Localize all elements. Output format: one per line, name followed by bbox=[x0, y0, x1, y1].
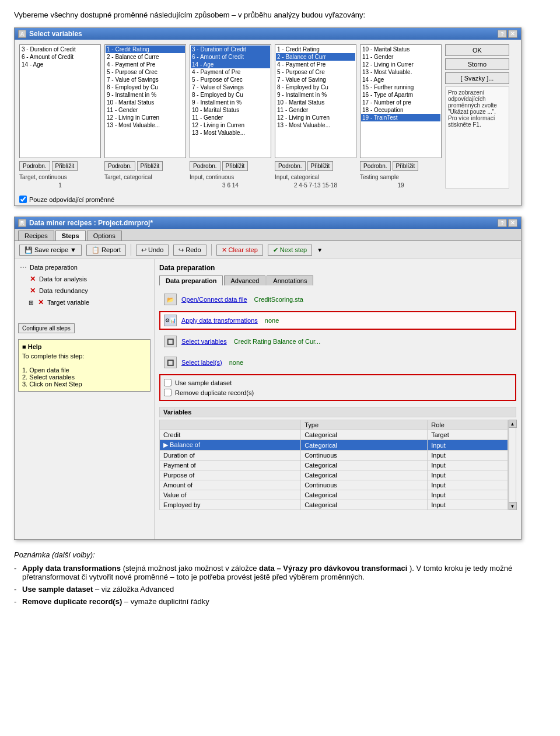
input-continuous-listbox[interactable]: 3 - Duration of Credit 6 - Amount of Cre… bbox=[190, 44, 271, 158]
listbox-item[interactable]: 13 - Most Valuable... bbox=[106, 121, 185, 129]
redo-btn[interactable]: ↪ Redo bbox=[173, 245, 206, 256]
listbox-item[interactable]: 7 - Value of Savings bbox=[106, 76, 185, 83]
listbox-item[interactable]: 4 - Payment of Pre bbox=[106, 61, 185, 68]
dm-help-btn[interactable]: ? bbox=[498, 219, 507, 227]
action-apply-transformations[interactable]: ⚙📊 Apply data transformations none bbox=[159, 311, 516, 330]
listbox-item[interactable]: 8 - Employed by Cu bbox=[276, 83, 355, 91]
listbox-item[interactable]: 5 - Purpose of Cre bbox=[276, 68, 355, 76]
table-row[interactable]: Employed by Categorical Input bbox=[160, 500, 508, 510]
listbox-item[interactable]: 10 - Marital Status bbox=[276, 99, 355, 106]
listbox-item[interactable]: 1 - Credit Rating bbox=[276, 46, 355, 53]
listbox-item[interactable]: 16 - Type of Apartm bbox=[361, 91, 440, 99]
listbox-item[interactable]: 9 - Installment in % bbox=[106, 91, 185, 99]
tree-item-data-redundancy[interactable]: ✕ Data redundancy bbox=[27, 286, 150, 295]
scroll-down-btn[interactable]: ▼ bbox=[509, 502, 517, 510]
listbox-item[interactable]: 4 - Payment of Pre bbox=[191, 68, 270, 76]
close-btn[interactable]: ✕ bbox=[508, 30, 517, 38]
table-row[interactable]: ▶ Balance of Categorical Input bbox=[160, 440, 508, 451]
listbox-item[interactable]: 14 - Age bbox=[191, 61, 270, 68]
table-scrollbar[interactable]: ▲ ▼ bbox=[508, 420, 516, 510]
priblizit-btn-2[interactable]: Přiblížit bbox=[137, 161, 163, 171]
listbox-item[interactable]: 6 - Amount of Credit bbox=[191, 53, 270, 61]
report-btn[interactable]: 📋 Report bbox=[86, 245, 126, 256]
listbox-item[interactable]: 14 - Age bbox=[20, 61, 100, 68]
listbox-item[interactable]: 11 - Gender bbox=[106, 106, 185, 114]
podrobn-btn-3[interactable]: Podrobn. bbox=[190, 161, 220, 171]
podrobn-btn-2[interactable]: Podrobn. bbox=[104, 161, 135, 171]
listbox-item[interactable]: 7 - Value of Saving bbox=[276, 76, 355, 83]
listbox-item[interactable]: 13 - Most Valuable... bbox=[276, 121, 355, 129]
tree-item-data-preparation[interactable]: ⋯ Data preparation bbox=[18, 263, 150, 272]
use-sample-checkbox[interactable] bbox=[164, 379, 172, 386]
save-recipe-btn[interactable]: 💾 Save recipe ▼ bbox=[19, 245, 82, 256]
listbox-item[interactable]: 7 - Value of Savings bbox=[191, 83, 270, 91]
tab-advanced[interactable]: Advanced bbox=[224, 275, 265, 285]
listbox-item[interactable]: 8 - Employed by Cu bbox=[191, 91, 270, 99]
listbox-item[interactable]: 3 - Duration of Credit bbox=[20, 46, 100, 53]
undo-btn[interactable]: ↩ Undo bbox=[136, 245, 169, 256]
input-categorical-listbox[interactable]: 1 - Credit Rating 2 - Balance of Curr 4 … bbox=[275, 44, 356, 158]
listbox-item[interactable]: 10 - Marital Status bbox=[106, 99, 185, 106]
listbox-item[interactable]: 13 - Most Valuable. bbox=[361, 68, 440, 76]
storno-button[interactable]: Storno bbox=[445, 58, 509, 70]
tab-annotations[interactable]: Annotations bbox=[267, 275, 313, 285]
listbox-item[interactable]: 2 - Balance of Curr bbox=[276, 53, 355, 61]
listbox-item[interactable]: 14 - Age bbox=[361, 76, 440, 83]
podrobn-btn-5[interactable]: Podrobn. bbox=[360, 161, 391, 171]
action-select-variables[interactable]: 🔲 Select variables Credit Rating Balance… bbox=[159, 332, 516, 351]
priblizit-btn-4[interactable]: Přiblížit bbox=[307, 161, 334, 171]
listbox-item[interactable]: 11 - Gender bbox=[191, 114, 270, 121]
target-categorical-listbox[interactable]: 1 - Credit Rating 2 - Balance of Curre 4… bbox=[104, 44, 186, 158]
tree-item-target-variable[interactable]: ⊞ ✕ Target variable bbox=[27, 298, 150, 307]
podrobn-btn-4[interactable]: Podrobn. bbox=[275, 161, 306, 171]
table-row[interactable]: Credit Categorical Target bbox=[160, 430, 508, 440]
table-row[interactable]: Purpose of Categorical Input bbox=[160, 470, 508, 480]
listbox-item[interactable]: 2 - Balance of Curre bbox=[106, 53, 185, 61]
priblizit-btn-3[interactable]: Přiblížit bbox=[222, 161, 249, 171]
scroll-up-btn[interactable]: ▲ bbox=[509, 420, 517, 428]
listbox-item[interactable]: 15 - Further running bbox=[361, 83, 440, 91]
listbox-item[interactable]: 10 - Marital Status bbox=[191, 106, 270, 114]
podrobn-btn-1[interactable]: Podrobn. bbox=[19, 161, 50, 171]
next-step-arrow[interactable]: ▼ bbox=[317, 247, 323, 253]
table-row[interactable]: Value of Categorical Input bbox=[160, 490, 508, 500]
clear-step-btn[interactable]: ✕ Clear step bbox=[216, 245, 263, 256]
open-connect-link[interactable]: Open/Connect data file bbox=[181, 296, 247, 303]
listbox-item[interactable]: 19 - TrainTest bbox=[361, 114, 440, 121]
all-variables-listbox[interactable]: 3 - Duration of Credit 6 - Amount of Cre… bbox=[19, 44, 101, 158]
next-step-btn[interactable]: ✔ Next step bbox=[268, 245, 312, 256]
listbox-item[interactable]: 12 - Living in Currer bbox=[361, 61, 440, 68]
tab-recipes[interactable]: Recipes bbox=[18, 231, 54, 240]
listbox-item[interactable]: 5 - Purpose of Crec bbox=[191, 76, 270, 83]
svazky-button[interactable]: [ Svazky ]... bbox=[445, 72, 509, 84]
table-row[interactable]: Duration of Continuous Input bbox=[160, 451, 508, 461]
listbox-item[interactable]: 6 - Amount of Credit bbox=[20, 53, 100, 61]
select-labels-link[interactable]: Select label(s) bbox=[181, 359, 222, 366]
action-select-labels[interactable]: 🔲 Select label(s) none bbox=[159, 353, 516, 372]
apply-transformations-link[interactable]: Apply data transformations bbox=[181, 317, 258, 324]
listbox-item[interactable]: 3 - Duration of Credit bbox=[191, 46, 270, 53]
listbox-item[interactable]: 12 - Living in Curren bbox=[276, 114, 355, 121]
listbox-item[interactable]: 12 - Living in Curren bbox=[106, 114, 185, 121]
listbox-item[interactable]: 9 - Installment in % bbox=[276, 91, 355, 99]
listbox-item[interactable]: 4 - Payment of Pre bbox=[276, 61, 355, 68]
listbox-item[interactable]: 12 - Living in Curren bbox=[191, 121, 270, 129]
listbox-item[interactable]: 5 - Purpose of Crec bbox=[106, 68, 185, 76]
listbox-item[interactable]: 11 - Gender bbox=[361, 53, 440, 61]
table-row[interactable]: Payment of Categorical Input bbox=[160, 461, 508, 470]
listbox-item[interactable]: 8 - Employed by Cu bbox=[106, 83, 185, 91]
tab-data-preparation[interactable]: Data preparation bbox=[159, 275, 223, 285]
tab-options[interactable]: Options bbox=[87, 231, 122, 240]
testing-sample-listbox[interactable]: 10 - Marital Status 11 - Gender 12 - Liv… bbox=[360, 44, 442, 158]
listbox-item[interactable]: 11 - Gender bbox=[276, 106, 355, 114]
listbox-item[interactable]: 9 - Installment in % bbox=[191, 99, 270, 106]
remove-duplicate-checkbox[interactable] bbox=[164, 389, 172, 396]
listbox-item[interactable]: 17 - Number of pre bbox=[361, 99, 440, 106]
priblizit-btn-5[interactable]: Přiblížit bbox=[393, 161, 419, 171]
listbox-item[interactable]: 1 - Credit Rating bbox=[106, 46, 185, 53]
select-variables-link[interactable]: Select variables bbox=[181, 338, 227, 345]
tab-steps[interactable]: Steps bbox=[55, 231, 86, 240]
dm-close-btn[interactable]: ✕ bbox=[508, 219, 517, 227]
help-btn[interactable]: ? bbox=[498, 30, 507, 38]
ok-button[interactable]: OK bbox=[445, 44, 509, 56]
